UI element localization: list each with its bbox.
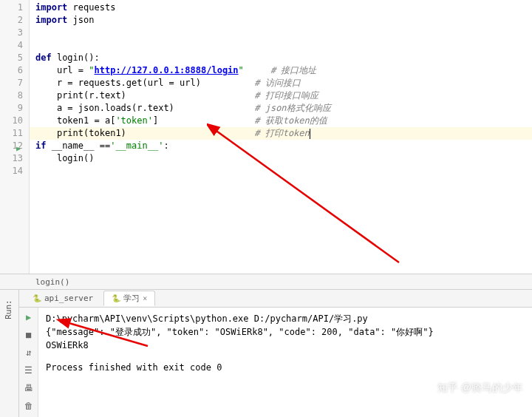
run-tabs: 🐍api_server🐍学习 × <box>19 290 532 308</box>
code-line[interactable] <box>30 165 532 177</box>
code-line[interactable]: if __name__ =='__main__': <box>30 140 532 152</box>
editor-area: 123456789101112▶1314 import requestsimpo… <box>0 0 532 274</box>
code-line[interactable] <box>30 39 532 52</box>
line-number: 8 <box>0 89 23 102</box>
run-panel: Run: 🐍api_server🐍学习 × ▶ ■ ⇵ ☰ 🖶 🗑 D:\pyc… <box>0 290 532 417</box>
line-number: 2 <box>0 14 23 27</box>
run-toolbar: ▶ ■ ⇵ ☰ 🖶 🗑 <box>19 308 38 417</box>
run-tab-学习[interactable]: 🐍学习 × <box>103 291 155 306</box>
line-number: 5 <box>0 52 23 64</box>
line-number: 6 <box>0 64 23 77</box>
line-number: 11 <box>0 127 23 140</box>
run-panel-label[interactable]: Run: <box>0 290 19 417</box>
stop-button[interactable]: ■ <box>26 330 31 340</box>
python-icon: 🐍 <box>33 294 41 302</box>
code-line[interactable]: def login(): <box>30 52 532 64</box>
code-line[interactable]: print(token1) # 打印token <box>30 127 532 140</box>
line-number: 14 <box>0 165 23 177</box>
print-button[interactable]: 🖶 <box>24 383 33 393</box>
code-line[interactable]: url = "http://127.0.0.1:8888/login" # 接口… <box>30 64 532 77</box>
breadcrumb-text: login() <box>35 277 69 287</box>
code-editor[interactable]: import requestsimport jsondef login(): u… <box>30 0 532 274</box>
code-line[interactable]: token1 = a['token'] # 获取token的值 <box>30 115 532 127</box>
line-number: 7 <box>0 77 23 89</box>
code-line[interactable]: r = requests.get(url = url) # 访问接口 <box>30 77 532 89</box>
line-gutter: 123456789101112▶1314 <box>0 0 30 274</box>
run-gutter-icon[interactable]: ▶ <box>16 142 21 155</box>
code-line[interactable]: import requests <box>30 1 532 14</box>
watermark: 知乎 @骑马的少年 <box>437 382 523 395</box>
line-number: 1 <box>0 1 23 14</box>
output-command: D:\pycharm\API\venv\Scripts\python.exe D… <box>46 312 525 325</box>
output-json: {"message": "登录成功", "token": "OSWiERk8",… <box>46 325 525 339</box>
filter-button[interactable]: ☰ <box>24 365 33 376</box>
layout-button[interactable]: ⇵ <box>26 348 31 358</box>
output-exit: Process finished with exit code 0 <box>46 361 525 374</box>
code-line[interactable]: print(r.text) # 打印接口响应 <box>30 89 532 102</box>
run-tab-api_server[interactable]: 🐍api_server <box>25 292 100 305</box>
delete-button[interactable]: 🗑 <box>24 401 33 411</box>
code-line[interactable]: login() <box>30 152 532 165</box>
code-line[interactable]: import json <box>30 14 532 27</box>
line-number: 3 <box>0 27 23 39</box>
run-output[interactable]: D:\pycharm\API\venv\Scripts\python.exe D… <box>38 308 532 417</box>
close-icon[interactable]: × <box>143 294 147 302</box>
breadcrumb[interactable]: login() <box>0 274 532 290</box>
line-number: 4 <box>0 39 23 52</box>
rerun-button[interactable]: ▶ <box>26 312 31 322</box>
code-line[interactable]: a = json.loads(r.text) # json格式化响应 <box>30 102 532 115</box>
python-icon: 🐍 <box>112 294 120 302</box>
line-number: 9 <box>0 102 23 115</box>
code-line[interactable] <box>30 27 532 39</box>
line-number: 10 <box>0 115 23 127</box>
output-token: OSWiERk8 <box>46 339 525 352</box>
